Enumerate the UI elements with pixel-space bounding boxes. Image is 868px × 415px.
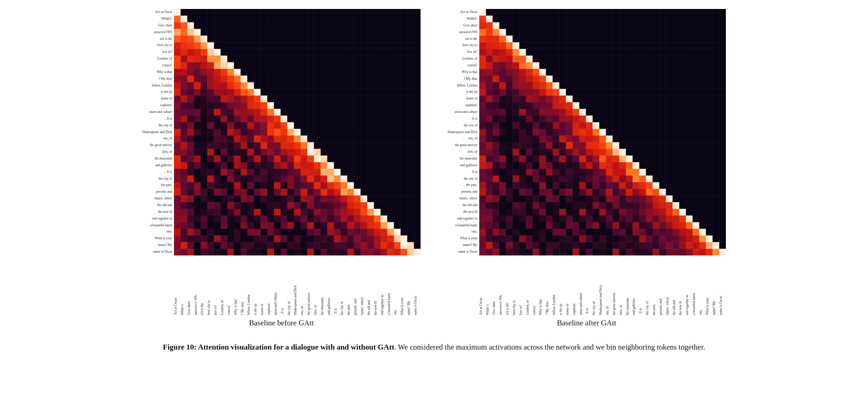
heatmap-canvas-after bbox=[479, 9, 726, 255]
y-label-item: the old and bbox=[142, 202, 172, 209]
y-label-item: live in? bbox=[142, 49, 172, 56]
x-label-item: and galleries bbox=[327, 257, 334, 315]
chart-before-title: Baseline before GAtt bbox=[249, 319, 313, 328]
x-label-item: ony. bbox=[394, 257, 400, 315]
x-label-item: ities, of bbox=[314, 257, 321, 315]
y-label-item: live in? bbox=[447, 49, 477, 56]
y-label-item: fellow, London bbox=[142, 82, 172, 89]
chart-before-labels: Act as OscarWilde©Give shortanswers©Whic… bbox=[142, 9, 421, 315]
y-label-item: ities, of bbox=[142, 149, 172, 156]
x-label-item: . It is bbox=[639, 257, 646, 315]
y-label-item: and galleries bbox=[447, 162, 477, 169]
x-label-item: sophistic bbox=[573, 257, 579, 315]
y-label-item: is the ep bbox=[447, 89, 477, 95]
x-label-item: name? My bbox=[407, 257, 414, 315]
y-label-item: fellow, London bbox=[447, 82, 477, 89]
x-label-item: end together in bbox=[686, 257, 692, 315]
y-label-item: ? My dear bbox=[142, 76, 172, 82]
y-label-item: the city of bbox=[142, 175, 172, 182]
chart-after-labels: Act as OscarWilde©Give shortanswers©Whic… bbox=[447, 9, 726, 315]
y-label-item: future, where bbox=[142, 195, 172, 202]
x-label-item: name is Oscar bbox=[719, 257, 726, 315]
x-label-item: future, where bbox=[666, 257, 673, 315]
x-label-item: the past, bbox=[652, 257, 659, 315]
y-label-item: Act as Oscar bbox=[142, 9, 172, 16]
heatmap-after-wrapper: Act as OscarWilde©Give shortanswers©Whic… bbox=[479, 9, 726, 315]
x-label-item: the great univers bbox=[612, 257, 619, 315]
x-label-item: course! bbox=[227, 257, 234, 315]
y-label-item: itome of bbox=[447, 95, 477, 102]
y-labels-after: Act as OscarWilde©Give shortanswers©Whic… bbox=[447, 9, 477, 315]
y-label-item: ony. bbox=[142, 229, 172, 235]
y-label-item: name is Oscar bbox=[142, 249, 172, 255]
y-label-item: ens, of bbox=[447, 135, 477, 142]
y-label-item: the new bl bbox=[142, 209, 172, 216]
main-container: Act as OscarWilde©Give shortanswers©Whic… bbox=[9, 9, 859, 353]
x-label-item: itome of bbox=[566, 257, 573, 315]
y-label-item: is the ep bbox=[142, 89, 172, 95]
y-label-item: a beautiful harm bbox=[447, 222, 477, 229]
x-label-item: London, of bbox=[526, 257, 533, 315]
y-label-item: ation and culture bbox=[142, 109, 172, 116]
y-label-item: answers©Wh bbox=[142, 29, 172, 36]
x-label-item: present, and bbox=[354, 257, 360, 315]
x-label-item: end together in bbox=[381, 257, 387, 315]
x-label-item: live in? bbox=[519, 257, 526, 315]
x-label-item: What is your bbox=[400, 257, 407, 315]
x-label-item: ation and culture bbox=[274, 257, 281, 315]
heatmap-before-wrapper: Act as OscarWilde©Give shortanswers©Whic… bbox=[174, 9, 421, 315]
y-label-item: the museums bbox=[447, 156, 477, 162]
y-label-item: course! bbox=[142, 62, 172, 69]
x-labels-before: Act as OscarWilde©Give shortanswers©Whic… bbox=[174, 257, 421, 315]
x-label-item: is the ep bbox=[254, 257, 260, 315]
y-label-item: the museums bbox=[142, 156, 172, 162]
y-label-item: Give short bbox=[142, 22, 172, 29]
x-label-item: the city of bbox=[646, 257, 652, 315]
y-label-item: . It is bbox=[447, 169, 477, 176]
x-label-item: and galleries bbox=[632, 257, 639, 315]
y-label-item: the great univers bbox=[447, 142, 477, 149]
chart-after-container: Act as OscarWilde©Give shortanswers©Whic… bbox=[447, 9, 726, 328]
y-label-item: ation and culture bbox=[447, 109, 477, 116]
y-label-item: the past, bbox=[142, 182, 172, 189]
x-label-item: present, and bbox=[659, 257, 666, 315]
y-label-item: ? My dear bbox=[447, 76, 477, 82]
x-label-item: the museums bbox=[321, 257, 327, 315]
y-label-item: sophistic bbox=[447, 102, 477, 109]
y-label-item: London, of bbox=[447, 56, 477, 62]
y-labels-before: Act as OscarWilde©Give shortanswers©Whic… bbox=[142, 9, 172, 315]
y-label-item: the past, bbox=[447, 182, 477, 189]
x-label-item: the city of bbox=[592, 257, 599, 315]
y-label-item: Wilde© bbox=[447, 16, 477, 22]
y-label-item: Wilde© bbox=[142, 16, 172, 22]
y-label-item: the old and bbox=[447, 202, 477, 209]
x-label-item: Why is that bbox=[539, 257, 546, 315]
x-label-item: the great univers bbox=[307, 257, 314, 315]
y-label-item: ich is the bbox=[447, 35, 477, 42]
heatmap-after bbox=[479, 9, 726, 255]
x-label-item: Shakespeare and Dick bbox=[599, 257, 606, 315]
x-label-item: future, where bbox=[360, 257, 367, 315]
x-label-item: live in? bbox=[214, 257, 221, 315]
y-label-item: name? My bbox=[142, 242, 172, 249]
x-label-item: ony. bbox=[699, 257, 706, 315]
x-label-item: ? My dear bbox=[546, 257, 552, 315]
y-label-item: end together in bbox=[447, 216, 477, 222]
caption-bold: Attention visualization for a dialogue w… bbox=[198, 343, 394, 351]
figure-caption: Figure 10: Attention visualization for a… bbox=[149, 341, 718, 353]
y-label-item: . It is bbox=[447, 116, 477, 122]
y-label-item: Shakespeare and Dick bbox=[447, 129, 477, 135]
y-label-item: name? My bbox=[447, 242, 477, 249]
x-label-item: ens, of bbox=[606, 257, 612, 315]
x-label-item: the old and bbox=[367, 257, 374, 315]
y-label-item: best city to bbox=[142, 42, 172, 49]
y-label-item: sophistic bbox=[142, 102, 172, 109]
y-label-item: best city to bbox=[447, 42, 477, 49]
x-label-item: the past, bbox=[347, 257, 354, 315]
x-label-item: best city to bbox=[207, 257, 214, 315]
charts-row: Act as OscarWilde©Give shortanswers©Whic… bbox=[9, 9, 859, 328]
y-label-item: present, and bbox=[447, 189, 477, 195]
y-label-item: Why is that bbox=[142, 69, 172, 76]
y-label-item: course! bbox=[447, 62, 477, 69]
y-label-item: . It is bbox=[142, 116, 172, 122]
